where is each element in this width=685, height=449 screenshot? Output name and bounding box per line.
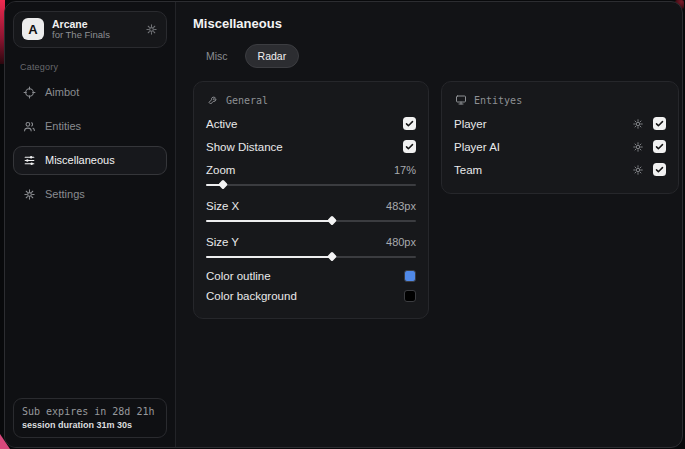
slider-value: 17%: [394, 164, 416, 176]
brand-subtitle: for The Finals: [52, 30, 110, 41]
toggle-row-show-distance: Show Distance: [206, 135, 416, 158]
slider-value: 483px: [386, 200, 416, 212]
gear-icon[interactable]: [632, 141, 644, 153]
category-label: Category: [20, 62, 167, 72]
color-label: Color outline: [206, 270, 271, 282]
sidebar-item-entities[interactable]: Entities: [13, 112, 167, 141]
subscription-card: Sub expires in 28d 21h session duration …: [13, 398, 167, 438]
monitor-icon: [455, 94, 467, 106]
main-content: Miscellaneous Misc Radar General Active: [176, 2, 683, 447]
size-y-slider[interactable]: [206, 253, 416, 266]
sidebar-item-label: Entities: [45, 120, 81, 132]
general-panel: General Active Show Distance Zoom: [193, 81, 429, 319]
crosshair-icon: [23, 86, 36, 99]
page-title: Miscellaneous: [193, 16, 679, 31]
gear-icon[interactable]: [632, 118, 644, 130]
player-ai-checkbox[interactable]: [653, 140, 666, 153]
entity-label: Player: [454, 118, 487, 130]
background-color-swatch[interactable]: [404, 290, 416, 302]
sub-expiry-text: Sub expires in 28d 21h: [22, 406, 158, 417]
toggle-row-active: Active: [206, 112, 416, 135]
color-row-outline: Color outline: [206, 266, 416, 286]
brand-avatar: A: [22, 18, 44, 40]
size-x-slider[interactable]: [206, 217, 416, 230]
active-checkbox[interactable]: [403, 117, 416, 130]
entities-panel-title: Entityes: [474, 95, 522, 106]
gear-icon[interactable]: [145, 23, 158, 36]
wrench-icon: [207, 94, 219, 106]
tab-misc[interactable]: Misc: [193, 44, 241, 68]
entities-panel: Entityes Player: [441, 81, 679, 194]
sidebar-item-label: Aimbot: [45, 86, 79, 98]
entity-row-player-ai: Player AI: [454, 135, 666, 158]
show-distance-checkbox[interactable]: [403, 140, 416, 153]
sidebar-item-aimbot[interactable]: Aimbot: [13, 78, 167, 107]
sidebar-item-miscellaneous[interactable]: Miscellaneous: [13, 146, 167, 175]
team-checkbox[interactable]: [653, 163, 666, 176]
app-window: A Arcane for The Finals Category Aimbot: [4, 1, 683, 448]
toggle-label: Active: [206, 118, 237, 130]
general-panel-title: General: [226, 95, 268, 106]
color-row-background: Color background: [206, 286, 416, 306]
gear-icon: [23, 188, 36, 201]
slider-row-zoom: Zoom 17%: [206, 158, 416, 181]
toggle-label: Show Distance: [206, 141, 283, 153]
entity-row-player: Player: [454, 112, 666, 135]
entity-label: Player AI: [454, 141, 500, 153]
sidebar-item-settings[interactable]: Settings: [13, 180, 167, 209]
slider-value: 480px: [386, 236, 416, 248]
sidebar: A Arcane for The Finals Category Aimbot: [5, 2, 176, 447]
gear-icon[interactable]: [632, 164, 644, 176]
tab-bar: Misc Radar: [193, 44, 679, 68]
brand-card: A Arcane for The Finals: [13, 11, 167, 48]
entity-row-team: Team: [454, 158, 666, 181]
slider-thumb[interactable]: [218, 180, 228, 190]
slider-row-size-x: Size X 483px: [206, 194, 416, 217]
outline-color-swatch[interactable]: [404, 270, 416, 282]
zoom-slider[interactable]: [206, 181, 416, 194]
sidebar-item-label: Miscellaneous: [45, 154, 115, 166]
sidebar-item-label: Settings: [45, 188, 85, 200]
slider-label: Size Y: [206, 236, 239, 248]
slider-row-size-y: Size Y 480px: [206, 230, 416, 253]
users-icon: [23, 120, 36, 133]
sliders-icon: [23, 154, 36, 167]
color-label: Color background: [206, 290, 297, 302]
tab-radar[interactable]: Radar: [245, 44, 300, 68]
session-duration-text: session duration 31m 30s: [22, 420, 158, 430]
slider-label: Zoom: [206, 164, 235, 176]
entity-label: Team: [454, 164, 482, 176]
slider-thumb[interactable]: [327, 252, 337, 262]
slider-thumb[interactable]: [327, 216, 337, 226]
player-checkbox[interactable]: [653, 117, 666, 130]
slider-label: Size X: [206, 200, 239, 212]
